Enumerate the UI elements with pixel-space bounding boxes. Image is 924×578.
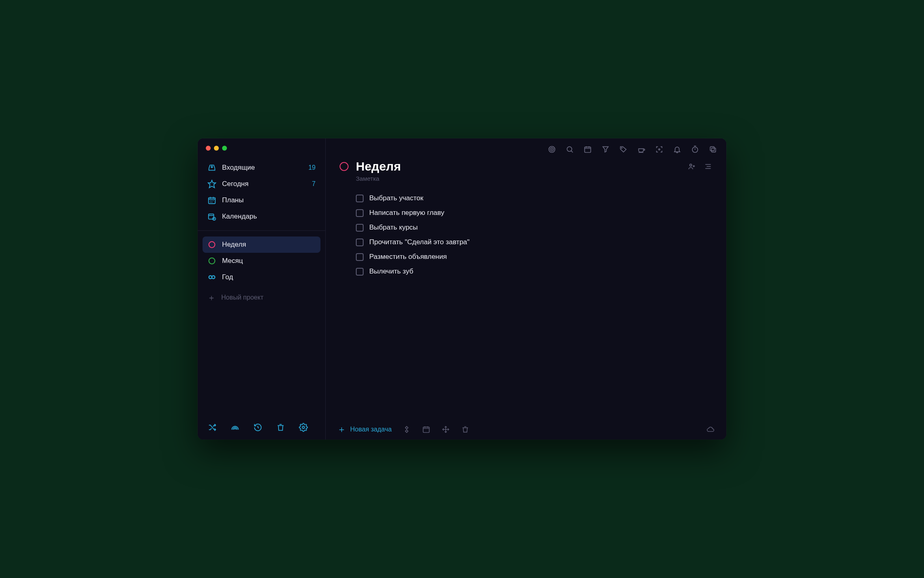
task-label: Выбрать участок — [369, 194, 423, 202]
content-area: Неделя Заметка Выбрать участок Написать … — [326, 158, 726, 419]
svg-rect-18 — [710, 147, 714, 151]
timer-button[interactable] — [691, 145, 700, 154]
svg-rect-17 — [712, 148, 716, 152]
nav-main: Входящие 19 Сегодня 7 Планы Кал — [198, 157, 325, 227]
svg-point-19 — [690, 164, 692, 166]
inbox-icon — [207, 163, 216, 172]
nav-inbox[interactable]: Входящие 19 — [203, 160, 320, 176]
focus-button[interactable] — [655, 145, 664, 154]
checkbox[interactable] — [356, 268, 364, 276]
search-button[interactable] — [565, 145, 574, 154]
new-project-label: Новый проект — [221, 294, 264, 301]
svg-point-15 — [658, 149, 660, 150]
nav-count: 19 — [308, 164, 316, 171]
rainbow-button[interactable] — [230, 423, 240, 432]
svg-point-7 — [212, 276, 215, 278]
history-button[interactable] — [253, 423, 263, 432]
tag-button[interactable] — [619, 145, 628, 154]
window-controls — [198, 138, 325, 157]
nav-label: Входящие — [222, 164, 255, 172]
minimize-window-button[interactable] — [214, 146, 219, 151]
filter-button[interactable] — [601, 145, 610, 154]
delete-button[interactable] — [461, 425, 470, 434]
svg-point-11 — [551, 149, 552, 150]
project-year[interactable]: Год — [203, 269, 320, 285]
target-button[interactable] — [547, 145, 556, 154]
divider — [198, 230, 325, 231]
new-task-button[interactable]: ＋ Новая задача — [337, 425, 392, 434]
settings-button[interactable] — [299, 423, 308, 432]
checkbox[interactable] — [356, 209, 364, 217]
task-item[interactable]: Написать первую главу — [356, 206, 713, 219]
task-label: Прочитать "Сделай это завтра" — [369, 238, 470, 246]
new-task-label: Новая задача — [350, 426, 392, 433]
shuffle-button[interactable] — [207, 423, 217, 432]
svg-marker-0 — [208, 180, 216, 188]
copy-button[interactable] — [708, 145, 717, 154]
nav-label: Сегодня — [222, 180, 248, 188]
task-item[interactable]: Вылечить зуб — [356, 265, 713, 278]
task-label: Разместить объявления — [369, 253, 447, 261]
svg-point-5 — [209, 258, 215, 264]
coffee-button[interactable] — [637, 145, 646, 154]
calendar-grid-icon — [207, 196, 216, 205]
title-actions — [687, 162, 713, 171]
project-label: Месяц — [222, 257, 243, 265]
checkbox[interactable] — [356, 195, 364, 202]
nav-plans[interactable]: Планы — [203, 192, 320, 208]
checkbox[interactable] — [356, 224, 364, 232]
checkbox[interactable] — [356, 239, 364, 246]
project-label: Год — [222, 273, 233, 281]
app-window: Входящие 19 Сегодня 7 Планы Кал — [198, 138, 726, 440]
share-button[interactable] — [687, 162, 696, 171]
cloud-sync-button[interactable] — [706, 425, 715, 434]
subtitle-note[interactable]: Заметка — [356, 175, 713, 182]
infinity-icon — [207, 273, 216, 282]
bottom-toolbar: ＋ Новая задача — [326, 419, 726, 440]
project-color-icon — [340, 162, 349, 171]
task-item[interactable]: Прочитать "Сделай это завтра" — [356, 236, 713, 249]
task-item[interactable]: Разместить объявления — [356, 250, 713, 263]
list-options-button[interactable] — [704, 162, 713, 171]
move-button[interactable] — [441, 425, 450, 434]
svg-point-14 — [621, 148, 622, 149]
sidebar-bottom-toolbar — [198, 415, 325, 440]
project-month[interactable]: Месяц — [203, 253, 320, 269]
task-item[interactable]: Выбрать курсы — [356, 221, 713, 234]
nav-label: Планы — [222, 196, 244, 204]
nav-projects: Неделя Месяц Год — [198, 234, 325, 288]
task-item[interactable]: Выбрать участок — [356, 192, 713, 205]
nav-today[interactable]: Сегодня 7 — [203, 176, 320, 192]
project-week[interactable]: Неделя — [203, 236, 320, 253]
nav-calendar[interactable]: Календарь — [203, 208, 320, 225]
nav-label: Календарь — [222, 212, 257, 221]
schedule-button[interactable] — [422, 425, 431, 434]
plus-icon: ＋ — [337, 425, 346, 434]
task-label: Вылечить зуб — [369, 267, 413, 276]
calendar-clock-icon — [207, 212, 216, 221]
svg-point-12 — [567, 147, 572, 151]
star-icon — [207, 180, 216, 188]
main-panel: Неделя Заметка Выбрать участок Написать … — [326, 138, 726, 440]
project-label: Неделя — [222, 241, 246, 249]
diamond-button[interactable] — [402, 425, 411, 434]
checkbox[interactable] — [356, 253, 364, 261]
plus-icon: ＋ — [207, 293, 216, 302]
task-label: Написать первую главу — [369, 209, 445, 217]
trash-button[interactable] — [276, 423, 285, 432]
sidebar: Входящие 19 Сегодня 7 Планы Кал — [198, 138, 326, 440]
circle-icon — [207, 240, 216, 249]
top-toolbar — [326, 138, 726, 158]
close-window-button[interactable] — [206, 146, 211, 151]
notifications-button[interactable] — [673, 145, 682, 154]
circle-icon — [207, 256, 216, 265]
svg-rect-20 — [423, 427, 429, 432]
svg-point-8 — [302, 426, 305, 429]
nav-count: 7 — [312, 180, 316, 188]
task-list: Выбрать участок Написать первую главу Вы… — [356, 192, 713, 278]
calendar-button[interactable] — [583, 145, 592, 154]
new-project-button[interactable]: ＋ Новый проект — [198, 288, 325, 307]
page-title: Неделя — [356, 160, 401, 173]
title-row: Неделя — [340, 160, 713, 173]
maximize-window-button[interactable] — [222, 146, 227, 151]
